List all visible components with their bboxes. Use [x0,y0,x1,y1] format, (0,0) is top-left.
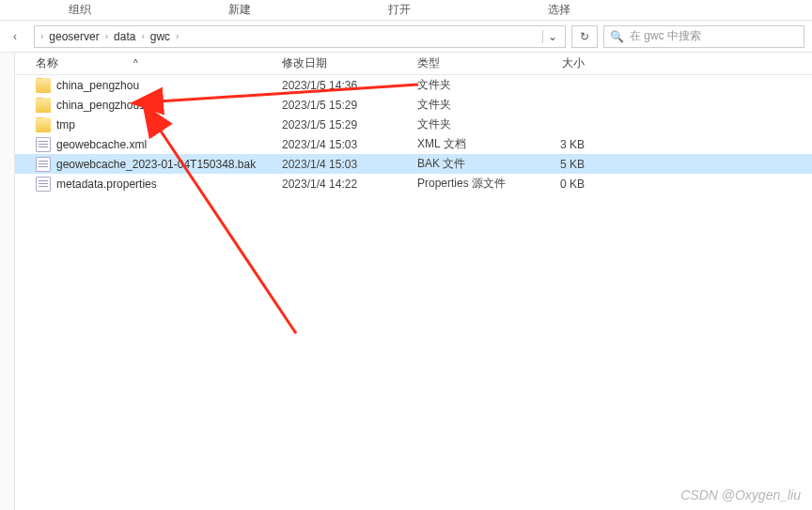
cell-name: tmp [36,117,282,132]
cell-type: 文件夹 [417,77,534,93]
file-icon [36,137,51,152]
watermark: CSDN @Oxygen_liu [680,487,801,502]
table-row[interactable]: china_pengzhou2023/1/5 14:36文件夹 [15,75,812,95]
table-row[interactable]: metadata.properties2023/1/4 14:22Propert… [15,174,812,193]
table-row[interactable]: geowebcache_2023-01-04T150348.bak2023/1/… [15,154,812,174]
cell-date: 2023/1/4 14:22 [282,178,417,191]
cell-date: 2023/1/5 15:29 [282,99,417,112]
column-size[interactable]: 大小 [534,55,590,71]
menu-open[interactable]: 打开 [320,2,479,18]
folder-icon [36,78,51,93]
search-icon: 🔍 [610,30,624,43]
table-row[interactable]: geowebcache.xml2023/1/4 15:03XML 文档3 KB [15,134,812,154]
breadcrumb-dropdown[interactable]: ⌄ [542,30,561,43]
cell-name: geowebcache.xml [36,137,282,152]
cell-name: metadata.properties [36,177,282,192]
cell-name: geowebcache_2023-01-04T150348.bak [36,157,282,172]
chevron-right-icon: › [174,31,180,41]
menu-new[interactable]: 新建 [160,2,320,18]
menu-organize[interactable]: 组织 [0,2,160,18]
cell-date: 2023/1/4 15:03 [282,138,417,151]
cell-name: china_pengzhou1 [36,98,282,113]
cell-date: 2023/1/5 15:29 [282,118,417,131]
cell-size: 0 KB [534,178,590,191]
cell-name: china_pengzhou [36,78,282,93]
breadcrumb-item[interactable]: data [110,30,139,43]
column-headers: 名称 ^ 修改日期 类型 大小 [15,53,812,75]
folder-icon [36,98,51,113]
column-name-label: 名称 [36,55,58,71]
search-input[interactable]: 🔍 在 gwc 中搜索 [603,25,804,48]
address-bar: ‹ › geoserver › data › gwc › ⌄ ↻ 🔍 在 gwc… [0,21,812,53]
breadcrumb-item[interactable]: geoserver [45,30,102,43]
column-type[interactable]: 类型 [417,55,534,71]
cell-type: BAK 文件 [417,156,534,172]
search-placeholder: 在 gwc 中搜索 [630,28,701,44]
chevron-right-icon: › [139,31,146,41]
column-name[interactable]: 名称 ^ [36,55,282,71]
nav-pane[interactable] [0,53,15,510]
nav-back-button[interactable]: ‹ [2,23,28,50]
cell-date: 2023/1/4 15:03 [282,158,417,171]
folder-icon [36,117,51,132]
menu-select[interactable]: 选择 [479,2,639,18]
breadcrumb-item[interactable]: gwc [147,30,174,43]
menu-bar: 组织 新建 打开 选择 [0,0,812,21]
file-icon [36,177,51,192]
refresh-button[interactable]: ↻ [571,25,598,48]
breadcrumb[interactable]: › geoserver › data › gwc › ⌄ [34,25,566,48]
file-icon [36,157,51,172]
cell-type: Properties 源文件 [417,176,534,192]
sort-asc-icon: ^ [133,58,138,69]
cell-type: 文件夹 [417,116,534,132]
cell-size: 5 KB [534,158,590,171]
table-row[interactable]: china_pengzhou12023/1/5 15:29文件夹 [15,95,812,115]
cell-type: 文件夹 [417,97,534,113]
cell-date: 2023/1/5 14:36 [282,79,417,92]
cell-type: XML 文档 [417,136,534,152]
chevron-right-icon: › [39,31,45,41]
file-list: 名称 ^ 修改日期 类型 大小 china_pengzhou2023/1/5 1… [15,53,812,510]
column-date[interactable]: 修改日期 [282,55,417,71]
chevron-right-icon: › [103,31,110,41]
table-row[interactable]: tmp2023/1/5 15:29文件夹 [15,115,812,134]
cell-size: 3 KB [534,138,590,151]
